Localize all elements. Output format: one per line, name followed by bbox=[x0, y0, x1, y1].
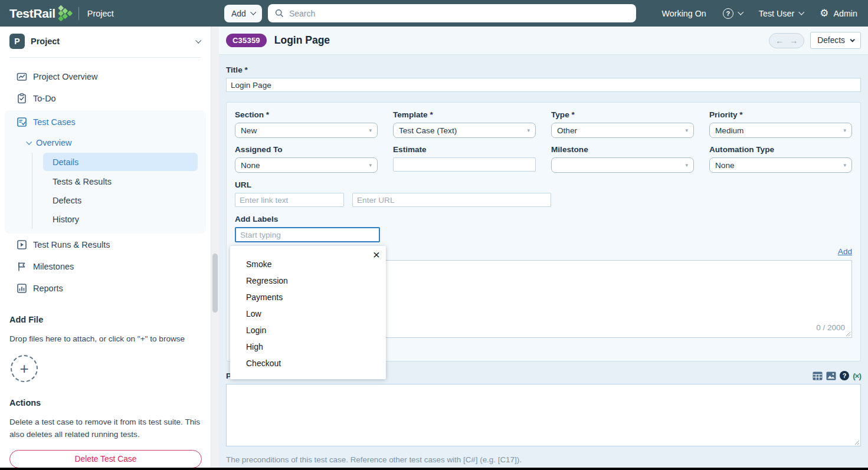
close-icon[interactable]: × bbox=[373, 247, 380, 262]
sidebar-item-label: History bbox=[53, 215, 79, 224]
priority-field: Priority * Medium ▾ bbox=[709, 110, 852, 138]
working-on-button[interactable]: Working On bbox=[662, 9, 706, 18]
test-cases-group: Test Cases Overview Details Tests & Resu… bbox=[5, 110, 206, 234]
brand-area: TestRail Project bbox=[9, 5, 217, 21]
insert-image-icon[interactable] bbox=[826, 372, 836, 380]
caret-down-icon: ▾ bbox=[527, 127, 530, 133]
sidebar-item-test-cases[interactable]: Test Cases bbox=[5, 111, 206, 133]
project-selector[interactable]: P Project bbox=[0, 27, 211, 56]
caret-down-icon: ▾ bbox=[685, 127, 688, 133]
automation-type-field: Automation Type None ▾ bbox=[709, 145, 852, 173]
add-labels-field: Add Labels bbox=[235, 215, 852, 242]
caret-down-icon: ▾ bbox=[369, 127, 372, 133]
sidebar-item-overview[interactable]: Overview bbox=[5, 133, 206, 153]
section-select[interactable]: New ▾ bbox=[235, 123, 378, 138]
sidebar-item-history[interactable]: History bbox=[32, 210, 206, 229]
overview-tree: Details Tests & Results Defects History bbox=[32, 153, 206, 229]
user-menu[interactable]: Test User bbox=[759, 9, 803, 18]
milestone-select[interactable]: ▾ bbox=[551, 157, 694, 173]
template-select[interactable]: Test Case (Text) ▾ bbox=[393, 123, 536, 138]
forward-button[interactable]: → bbox=[790, 37, 798, 45]
actions-description: Delete a test case to remove it from its… bbox=[9, 416, 201, 441]
label-option-payments[interactable]: Payments bbox=[230, 289, 386, 305]
title-input[interactable] bbox=[226, 78, 861, 92]
sidebar-item-project-overview[interactable]: Project Overview bbox=[0, 65, 211, 87]
preconditions-textarea[interactable] bbox=[226, 384, 861, 446]
delete-test-case-button[interactable]: Delete Test Case bbox=[9, 450, 202, 468]
char-counter: 0 / 2000 bbox=[816, 323, 845, 332]
admin-button[interactable]: ⚙ Admin bbox=[820, 8, 857, 18]
estimate-label: Estimate bbox=[393, 145, 536, 154]
assigned-to-field: Assigned To None ▾ bbox=[235, 145, 378, 173]
section-field: Section * New ▾ bbox=[235, 110, 378, 138]
url-link-text-input[interactable] bbox=[235, 193, 344, 207]
play-icon bbox=[17, 239, 27, 250]
sidebar-item-test-runs[interactable]: Test Runs & Results bbox=[0, 234, 211, 255]
topbar-divider bbox=[78, 7, 79, 20]
search-input[interactable]: Search bbox=[268, 4, 636, 22]
exclude-icon[interactable]: (×) bbox=[853, 372, 861, 380]
label-option-smoke[interactable]: Smoke bbox=[230, 256, 386, 272]
add-button[interactable]: Add bbox=[224, 5, 262, 22]
type-select[interactable]: Other ▾ bbox=[551, 123, 694, 138]
plus-icon: + bbox=[19, 360, 28, 378]
flag-icon bbox=[17, 261, 27, 272]
defects-dropdown-button[interactable]: Defects bbox=[810, 32, 861, 49]
url-field: URL bbox=[235, 180, 852, 207]
sidebar-item-label: Defects bbox=[53, 196, 81, 205]
sidebar-scrollbar-thumb[interactable] bbox=[212, 254, 218, 313]
sidebar-item-label: Details bbox=[53, 157, 78, 167]
sidebar-item-tests-results[interactable]: Tests & Results bbox=[32, 172, 206, 191]
caret-down-icon: ▾ bbox=[369, 162, 372, 168]
topbar-project-name: Project bbox=[87, 9, 114, 18]
labels-dropdown-panel: × Smoke Regression Payments Low Login Hi… bbox=[230, 246, 386, 379]
sidebar-item-reports[interactable]: Reports bbox=[0, 277, 211, 299]
priority-select[interactable]: Medium ▾ bbox=[709, 123, 852, 138]
template-select-value: Test Case (Text) bbox=[399, 126, 457, 135]
history-nav: ← → bbox=[769, 33, 804, 48]
page-title: Login Page bbox=[274, 34, 330, 47]
labels-input[interactable] bbox=[235, 227, 380, 242]
type-label: Type * bbox=[551, 110, 694, 119]
template-label: Template * bbox=[393, 110, 536, 119]
editor-help-icon[interactable]: ? bbox=[840, 371, 849, 380]
assigned-to-select[interactable]: None ▾ bbox=[235, 157, 378, 173]
test-cases-icon bbox=[17, 117, 27, 127]
back-button[interactable]: ← bbox=[775, 37, 784, 45]
sidebar-item-todo[interactable]: To-Do bbox=[0, 87, 211, 109]
add-link[interactable]: Add bbox=[838, 247, 852, 257]
sidebar-item-defects[interactable]: Defects bbox=[32, 191, 206, 210]
sidebar-scrollbar-track[interactable] bbox=[211, 27, 219, 468]
case-id-badge: C35359 bbox=[226, 34, 267, 47]
file-dropzone-button[interactable]: + bbox=[11, 355, 38, 382]
project-avatar: P bbox=[9, 34, 25, 49]
label-option-regression[interactable]: Regression bbox=[230, 272, 386, 289]
resize-handle-icon[interactable] bbox=[846, 331, 851, 337]
milestone-field: Milestone ▾ bbox=[551, 145, 694, 173]
insert-table-icon[interactable] bbox=[813, 372, 823, 380]
template-field: Template * Test Case (Text) ▾ bbox=[393, 110, 536, 138]
editor-toolbar: ? (×) bbox=[813, 371, 861, 380]
top-bar: TestRail Project Add Search Working On ?… bbox=[0, 0, 868, 27]
sidebar-item-label: Test Cases bbox=[33, 117, 76, 127]
label-option-checkout[interactable]: Checkout bbox=[230, 355, 386, 372]
resize-handle-icon[interactable] bbox=[854, 440, 860, 445]
automation-type-select[interactable]: None ▾ bbox=[709, 157, 852, 173]
url-label: URL bbox=[235, 180, 852, 189]
user-menu-label: Test User bbox=[759, 9, 794, 18]
label-option-high[interactable]: High bbox=[230, 338, 386, 355]
help-menu[interactable]: ? bbox=[723, 8, 742, 19]
estimate-input[interactable] bbox=[393, 157, 536, 172]
search-placeholder: Search bbox=[289, 9, 315, 18]
sidebar-item-details[interactable]: Details bbox=[43, 153, 198, 171]
testrail-logo-mark-icon bbox=[58, 5, 71, 21]
sidebar-item-milestones[interactable]: Milestones bbox=[0, 255, 211, 277]
add-file-heading: Add File bbox=[9, 315, 201, 324]
sidebar-item-label: Reports bbox=[33, 284, 63, 293]
label-option-low[interactable]: Low bbox=[230, 305, 386, 322]
automation-type-select-value: None bbox=[715, 161, 735, 170]
label-option-login[interactable]: Login bbox=[230, 322, 386, 338]
main-panel: C35359 Login Page ← → Defects Title * bbox=[219, 27, 868, 468]
preconditions-helper-text: The preconditions of this test case. Ref… bbox=[226, 455, 861, 464]
url-input[interactable] bbox=[352, 193, 551, 207]
